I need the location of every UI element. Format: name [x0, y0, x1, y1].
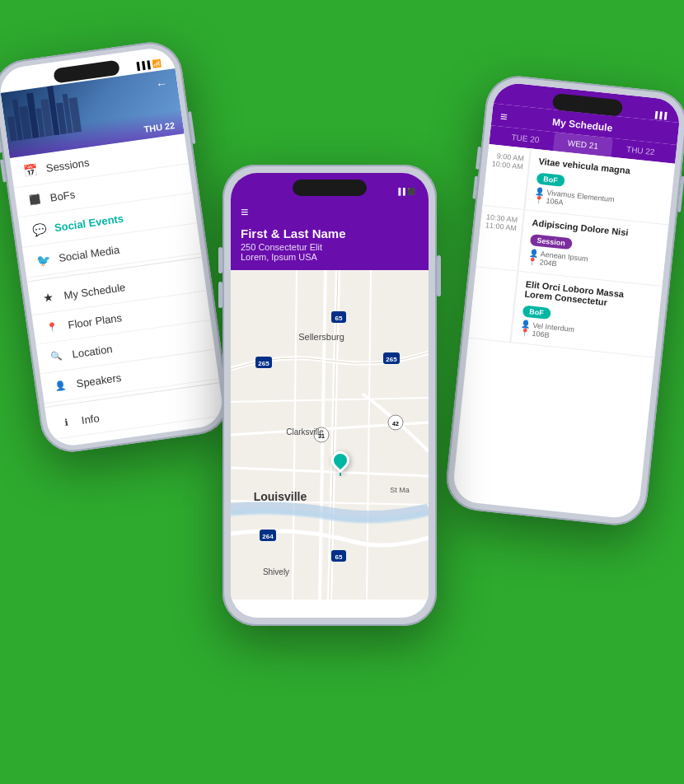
- schedule-icon: ★: [40, 290, 57, 305]
- power-btn[interactable]: [188, 111, 196, 144]
- bofs-icon: ⬛: [26, 194, 43, 206]
- location-icon-3: 📍: [520, 328, 530, 337]
- svg-text:42: 42: [392, 421, 399, 427]
- vol-down-btn-2[interactable]: [218, 282, 223, 308]
- floorplan-icon: 📍: [45, 321, 61, 334]
- back-arrow[interactable]: ←: [155, 77, 168, 91]
- menu-icon-2[interactable]: ≡: [241, 205, 248, 220]
- notch-2: [293, 180, 367, 196]
- phone-map: ▐▐ ⬛ ≡ First & Last Name 250 Consectetur…: [223, 165, 437, 626]
- schedule-list: 9:00 AM 10:00 AM Vitae vehicula magna Bo…: [469, 144, 676, 357]
- signal-2: ▐▐ ⬛: [396, 188, 415, 195]
- power-btn-2[interactable]: [437, 255, 441, 296]
- svg-text:265: 265: [258, 360, 269, 367]
- svg-text:265: 265: [386, 356, 397, 363]
- vol-up-btn[interactable]: [0, 130, 2, 153]
- location-icon: 🔍: [49, 350, 65, 362]
- address-line1: 250 Consectetur Elit: [241, 242, 419, 252]
- vol-down-btn[interactable]: [0, 159, 7, 182]
- badge-bof-2: BoF: [522, 306, 551, 320]
- schedule-screen: ▐▐▐ ≡ My Schedule TUE 20 WED 21 THU 22 9…: [452, 82, 682, 520]
- svg-text:Louisville: Louisville: [254, 490, 307, 503]
- svg-text:Shively: Shively: [263, 567, 289, 576]
- badge-session-1: Session: [530, 234, 573, 250]
- time-col-1: 9:00 AM 10:00 AM: [483, 144, 532, 209]
- svg-text:Sellersburg: Sellersburg: [298, 332, 344, 342]
- svg-text:St Ma: St Ma: [390, 486, 410, 494]
- map-pin: [331, 451, 349, 476]
- menu-icon-3[interactable]: ≡: [499, 109, 508, 124]
- vol-down-btn-3[interactable]: [472, 176, 478, 199]
- sessions-icon: 📅: [22, 163, 39, 178]
- time-col-2: 10:30 AM 11:00 AM: [476, 206, 525, 271]
- map-view[interactable]: 65 265 265 31 42 264: [231, 270, 429, 600]
- time-start-3: [480, 274, 512, 278]
- map-roads-svg: 65 265 265 31 42 264: [231, 270, 429, 600]
- svg-text:Clarksville: Clarksville: [286, 427, 324, 436]
- menu-list: 📅 Sessions ⬛ BoFs 💬 Social Events 🐦 Soci…: [10, 133, 224, 440]
- phone-menu: ▐▐▐ 📶 ← THU 22 📅: [0, 38, 232, 455]
- vol-up-btn-3[interactable]: [476, 147, 481, 170]
- vol-up-btn-2[interactable]: [218, 247, 223, 273]
- signal-1: ▐▐▐ 📶: [134, 58, 162, 70]
- power-btn-3[interactable]: [677, 176, 684, 212]
- social-events-icon: 💬: [30, 222, 47, 237]
- location-icon-2: 📍: [527, 257, 537, 266]
- phone-schedule: ▐▐▐ ≡ My Schedule TUE 20 WED 21 THU 22 9…: [443, 73, 684, 529]
- address-line2: Lorem, Ipsum USA: [241, 252, 419, 262]
- location-title: First & Last Name: [241, 226, 419, 240]
- map-background: 65 265 265 31 42 264: [231, 270, 429, 600]
- svg-text:264: 264: [262, 533, 274, 540]
- pin-head: [327, 447, 353, 473]
- location-icon-1: 📍: [534, 195, 544, 204]
- time-col-3: [469, 267, 519, 342]
- map-screen: ▐▐ ⬛ ≡ First & Last Name 250 Consectetur…: [231, 173, 429, 618]
- menu-screen: ▐▐▐ 📶 ← THU 22 📅: [0, 45, 225, 448]
- schedule-title: My Schedule: [552, 116, 613, 134]
- svg-text:65: 65: [335, 553, 343, 561]
- badge-bof-1: BoF: [536, 172, 565, 186]
- twitter-icon: 🐦: [35, 252, 51, 267]
- schedule-content-3: Elit Orci Loboro Massa Lorem Consectetur…: [511, 272, 662, 357]
- map-header: ≡ First & Last Name 250 Consectetur Elit…: [231, 197, 429, 270]
- signal-3: ▐▐▐: [653, 111, 668, 120]
- speakers-icon: 👤: [53, 380, 69, 392]
- info-icon: ℹ: [58, 417, 74, 429]
- svg-text:65: 65: [335, 315, 343, 322]
